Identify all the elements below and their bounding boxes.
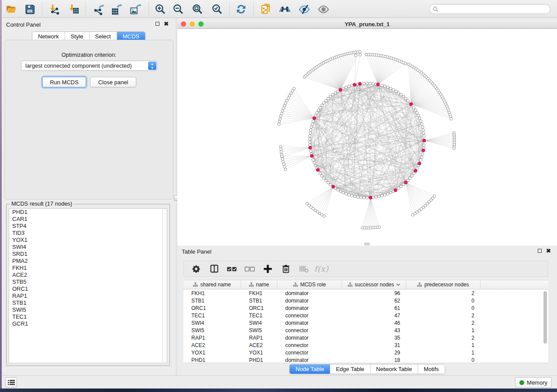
function-builder-icon: f(x)	[316, 264, 327, 274]
table-row[interactable]: YOX1YOX1connector291	[183, 349, 548, 356]
table-row[interactable]: RAP1RAP1dominator352	[183, 334, 548, 341]
table-cell: dominator	[277, 298, 342, 304]
add-column-icon[interactable]	[263, 264, 273, 274]
search-field[interactable]	[429, 4, 550, 14]
table-cell: connector	[277, 342, 342, 348]
result-node-item[interactable]: ORC1	[9, 285, 167, 292]
result-node-item[interactable]: YOX1	[9, 237, 167, 244]
import-table-icon[interactable]	[67, 3, 80, 16]
table-cell: 62	[342, 298, 406, 304]
zoom-fit-icon[interactable]	[191, 3, 204, 16]
table-divider-handle[interactable]	[364, 243, 370, 245]
delete-columns-icon[interactable]	[280, 264, 291, 274]
table-row[interactable]: PHD1PHD1dominator180	[183, 356, 548, 363]
table-options-icon[interactable]	[191, 264, 201, 274]
table-cell: dominator	[277, 290, 342, 296]
refresh-layout-icon[interactable]	[235, 3, 248, 16]
hide-selected-icon[interactable]	[298, 3, 311, 16]
table-cell: 2	[406, 313, 481, 319]
dropdown-stepper-icon: ▲▼	[148, 62, 156, 70]
status-bar: Memory	[2, 375, 557, 389]
namespace-icon	[293, 282, 298, 287]
export-network-icon[interactable]	[92, 3, 105, 16]
import-network-icon[interactable]	[48, 3, 61, 16]
toolbar-separator	[253, 2, 254, 16]
close-panel-icon[interactable]: ✖	[164, 22, 169, 26]
result-node-item[interactable]: STB1	[9, 299, 167, 306]
clone-network-icon[interactable]	[259, 3, 273, 16]
result-list-scrollbar[interactable]	[162, 209, 167, 363]
table-cell: dominator	[277, 320, 342, 326]
table-row[interactable]: ACE2ACE2connector311	[183, 341, 548, 349]
result-node-item[interactable]: GCR1	[9, 320, 167, 327]
table-cell: STB1	[241, 298, 277, 304]
mcds-tab-content: Optimization criterion: largest connecte…	[4, 40, 173, 199]
tab-node-table[interactable]: Node Table	[290, 364, 330, 374]
network-window-titlebar[interactable]: YPA_prune.txt_1	[177, 20, 557, 29]
deselect-all-icon[interactable]	[245, 264, 255, 274]
memory-button[interactable]: Memory	[515, 377, 552, 388]
column-header-predecessor-nodes[interactable]: predecessor nodes	[406, 280, 481, 289]
result-node-item[interactable]: RAP1	[9, 292, 167, 299]
export-table-icon[interactable]	[110, 3, 123, 16]
memory-status-icon	[519, 380, 524, 385]
criterion-dropdown[interactable]: largest connected component (undirected)…	[21, 61, 157, 71]
search-input[interactable]	[439, 5, 550, 13]
first-neighbors-icon[interactable]	[278, 3, 291, 16]
result-node-item[interactable]: STB5	[9, 279, 167, 285]
result-node-item[interactable]: SWI5	[9, 306, 167, 313]
table-row[interactable]: TEC1TEC1connector472	[183, 312, 548, 319]
show-columns-icon[interactable]	[209, 264, 219, 274]
tab-motifs[interactable]: Motifs	[418, 364, 445, 374]
mcds-result-list[interactable]: PHD1CAR1STP4TID3YOX1SWI4SRD1PMA2FKH1ACE2…	[9, 208, 167, 363]
open-file-icon[interactable]	[5, 3, 18, 16]
mcds-result-group: MCDS result (17 nodes) PHD1CAR1STP4TID3Y…	[6, 204, 170, 366]
run-mcds-button[interactable]: Run MCDS	[42, 77, 86, 87]
table-row[interactable]: STB1STB1dominator620	[183, 297, 548, 304]
tab-network-table[interactable]: Network Table	[370, 364, 418, 374]
result-node-item[interactable]: ACE2	[9, 272, 167, 279]
result-node-item[interactable]: FKH1	[9, 265, 167, 272]
export-image-icon[interactable]	[129, 3, 142, 16]
table-cell: RAP1	[183, 335, 241, 341]
table-row[interactable]: ORC1ORC1dominator610	[183, 304, 548, 312]
select-all-icon[interactable]	[227, 264, 237, 274]
tab-edge-table[interactable]: Edge Table	[330, 364, 370, 374]
result-node-item[interactable]: SRD1	[9, 251, 167, 258]
result-node-item[interactable]: CAR1	[9, 216, 167, 223]
column-header-shared-name[interactable]: shared name	[183, 280, 241, 289]
result-node-item[interactable]: PHD1	[9, 209, 167, 216]
result-node-item[interactable]: STP4	[9, 223, 167, 230]
zoom-in-icon[interactable]	[154, 3, 167, 16]
float-panel-icon[interactable]	[538, 249, 542, 253]
table-scrollbar[interactable]	[543, 290, 547, 362]
result-node-item[interactable]: PMA2	[9, 258, 167, 265]
column-header-successor-nodes[interactable]: successor nodes	[342, 280, 406, 289]
table-row[interactable]: SWI5SWI5connector431	[183, 327, 548, 334]
close-panel-button[interactable]: Close panel	[90, 77, 136, 87]
close-panel-icon[interactable]: ✖	[546, 249, 551, 253]
column-header-name[interactable]: name	[241, 280, 277, 289]
sort-desc-icon	[396, 283, 400, 286]
result-node-item[interactable]: TEC1	[9, 313, 167, 320]
save-session-icon[interactable]	[23, 3, 36, 16]
table-scrollbar-thumb[interactable]	[543, 291, 547, 344]
node-table[interactable]: FKH1FKH1dominator962STB1STB1dominator620…	[183, 289, 548, 363]
table-cell: 18	[342, 357, 406, 363]
zoom-out-icon[interactable]	[172, 3, 185, 16]
main-toolbar	[2, 0, 557, 18]
table-cell: 29	[342, 350, 406, 356]
zoom-selected-icon[interactable]	[211, 3, 224, 16]
network-graph[interactable]	[177, 29, 557, 246]
table-cell: 61	[342, 305, 406, 311]
show-hidden-icon[interactable]	[317, 3, 330, 16]
table-panel-title: Table Panel	[182, 248, 211, 255]
column-header-MCDS-role[interactable]: MCDS role	[277, 280, 342, 289]
list-icon	[8, 379, 15, 385]
task-history-button[interactable]	[5, 377, 17, 388]
result-node-item[interactable]: SWI4	[9, 244, 167, 251]
table-row[interactable]: SWI4SWI4dominator462	[183, 319, 548, 327]
table-row[interactable]: FKH1FKH1dominator962	[183, 289, 548, 297]
float-panel-icon[interactable]	[156, 22, 159, 26]
result-node-item[interactable]: TID3	[9, 230, 167, 237]
